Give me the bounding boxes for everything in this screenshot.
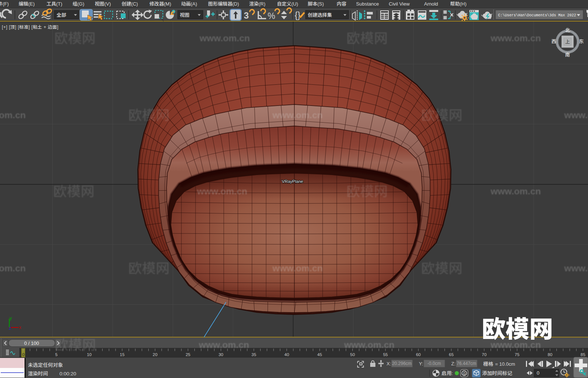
svg-text:视图: 视图: [180, 11, 190, 18]
svg-text:Z:: Z:: [451, 361, 456, 366]
svg-text:80: 80: [547, 352, 552, 357]
svg-text:脚本(S): 脚本(S): [308, 0, 324, 7]
svg-text:图形编辑器(D): 图形编辑器(D): [208, 0, 239, 7]
svg-text:全部: 全部: [56, 11, 66, 18]
svg-text:20.296cm: 20.296cm: [392, 361, 412, 366]
svg-text:上: 上: [565, 38, 570, 45]
svg-text:渲染时间: 渲染时间: [28, 369, 48, 377]
svg-text:x: x: [19, 325, 21, 330]
svg-text:25: 25: [185, 352, 190, 357]
svg-text:添加时间标记: 添加时间标记: [482, 369, 512, 377]
svg-text:60: 60: [416, 352, 421, 357]
svg-text:75: 75: [515, 352, 520, 357]
svg-text:动画(A): 动画(A): [181, 0, 197, 7]
svg-text:65: 65: [449, 352, 454, 357]
svg-text:z: z: [9, 326, 11, 331]
svg-text:85: 85: [581, 352, 585, 357]
svg-text:内容: 内容: [337, 0, 346, 7]
svg-text:Civil View: Civil View: [389, 0, 410, 7]
svg-text:0: 0: [537, 370, 539, 376]
svg-text:45: 45: [317, 352, 322, 357]
svg-text:15: 15: [120, 352, 125, 357]
svg-text:南: 南: [565, 51, 570, 58]
svg-text:组(G): 组(G): [72, 0, 84, 7]
svg-text:帮助(H): 帮助(H): [450, 0, 466, 7]
svg-text:5: 5: [55, 352, 57, 357]
svg-text:Substance: Substance: [356, 0, 379, 7]
svg-text:Arnold: Arnold: [424, 0, 438, 7]
svg-text:0:00:20: 0:00:20: [59, 371, 76, 377]
svg-text:栅格: 栅格: [483, 360, 494, 367]
svg-text:未选定任何对象: 未选定任何对象: [28, 361, 63, 368]
svg-text:西: 西: [551, 38, 556, 45]
svg-text:东: 东: [579, 38, 584, 45]
svg-text:{}: {}: [295, 10, 301, 20]
svg-text:渲染(R): 渲染(R): [249, 0, 265, 7]
svg-text:[+] [顶] [标准] [粘土 + 边面]: [+] [顶] [标准] [粘土 + 边面]: [2, 23, 58, 30]
svg-text:35: 35: [252, 352, 256, 357]
svg-text:y: y: [10, 316, 12, 321]
svg-text:创建(C): 创建(C): [122, 0, 138, 7]
svg-text:20: 20: [153, 352, 158, 357]
svg-text:55: 55: [383, 352, 388, 357]
svg-text:自定义(U): 自定义(U): [277, 0, 298, 7]
svg-text:VRayPlane: VRayPlane: [282, 178, 303, 184]
svg-text:0: 0: [22, 352, 25, 357]
svg-text:30: 30: [219, 352, 223, 357]
svg-text:50: 50: [350, 352, 355, 357]
svg-text:工具(T): 工具(T): [46, 0, 62, 7]
svg-text:70: 70: [482, 352, 487, 357]
svg-text:10: 10: [87, 352, 92, 357]
svg-text:40: 40: [284, 352, 289, 357]
svg-text:C:\Users\Han\Documents\3ds Max: C:\Users\Han\Documents\3ds Max 2022: [498, 13, 576, 17]
svg-text:-0.0cm: -0.0cm: [427, 361, 441, 366]
svg-text:3: 3: [244, 10, 249, 20]
svg-text:X:: X:: [387, 361, 391, 366]
svg-text:76.447cm: 76.447cm: [457, 361, 476, 366]
svg-text:%: %: [268, 11, 275, 21]
svg-text:修改器(M): 修改器(M): [149, 0, 171, 7]
svg-text:创建选择集: 创建选择集: [308, 11, 332, 18]
svg-text:视图(V): 视图(V): [95, 0, 111, 7]
svg-text:启用:: 启用:: [442, 369, 453, 377]
svg-text:北: 北: [565, 26, 570, 33]
svg-text:0: 0: [463, 371, 465, 376]
svg-text:0 / 100: 0 / 100: [24, 339, 39, 346]
svg-text:Y:: Y:: [419, 361, 423, 366]
svg-text:文件(F): 文件(F): [0, 0, 9, 7]
svg-text:= 10.0cm: = 10.0cm: [495, 361, 515, 367]
svg-text:编辑(E): 编辑(E): [19, 0, 35, 7]
